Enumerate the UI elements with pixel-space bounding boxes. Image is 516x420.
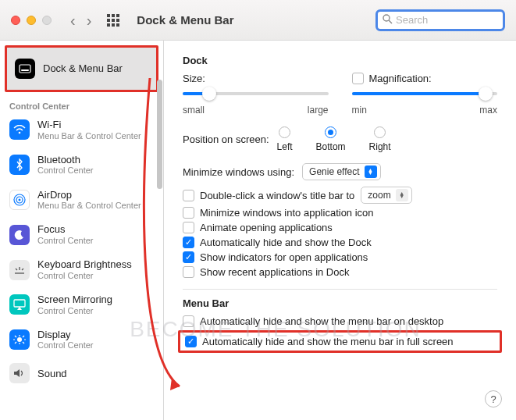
window-title: Dock & Menu Bar bbox=[137, 13, 233, 27]
magnification-label: Magnification: bbox=[369, 73, 432, 84]
zoom-window-button[interactable] bbox=[42, 16, 52, 25]
size-slider[interactable] bbox=[183, 84, 329, 103]
sidebar-item-sub: Control Center bbox=[37, 340, 94, 351]
sidebar-item-wifi[interactable]: Wi-FiMenu Bar & Control Center bbox=[0, 112, 163, 148]
svg-rect-12 bbox=[14, 300, 25, 307]
double-click-checkbox[interactable] bbox=[183, 190, 194, 201]
magnification-group: Magnification: min max bbox=[352, 73, 498, 116]
menu-bar-heading: Menu Bar bbox=[183, 297, 497, 309]
svg-point-0 bbox=[383, 15, 390, 21]
position-right-radio[interactable] bbox=[374, 126, 386, 138]
sidebar-item-label: AirDrop bbox=[37, 189, 141, 201]
minimize-using-label: Minimize windows using: bbox=[183, 166, 294, 178]
size-min-label: small bbox=[183, 105, 205, 116]
wifi-icon bbox=[9, 119, 30, 140]
sidebar-item-airdrop[interactable]: AirDropMenu Bar & Control Center bbox=[0, 183, 163, 218]
window-controls bbox=[11, 16, 52, 25]
double-click-label: Double-click a window's title bar to bbox=[200, 190, 354, 201]
help-button[interactable]: ? bbox=[485, 390, 502, 408]
sidebar-scrollbar[interactable] bbox=[157, 80, 162, 189]
minimize-using-select[interactable]: Genie effect ▲▼ bbox=[302, 163, 381, 180]
mag-min-label: min bbox=[352, 105, 367, 116]
sidebar-item-dock-menu-bar[interactable]: Dock & Menu Bar bbox=[5, 45, 158, 92]
sidebar-item-sub: Menu Bar & Control Center bbox=[37, 201, 141, 211]
recent-apps-checkbox[interactable] bbox=[183, 266, 194, 278]
sidebar: Dock & Menu Bar Control Center Wi-FiMenu… bbox=[0, 41, 164, 420]
double-click-select[interactable]: zoom ▲▼ bbox=[361, 187, 411, 204]
size-group: Size: small large bbox=[183, 73, 329, 116]
mag-max-label: max bbox=[479, 105, 497, 116]
size-label: Size: bbox=[183, 73, 329, 84]
sidebar-item-label: Screen Mirroring bbox=[37, 294, 112, 306]
sound-icon bbox=[9, 363, 30, 383]
position-radio-group: Left Bottom Right bbox=[277, 126, 391, 152]
screen-mirroring-icon bbox=[9, 294, 30, 315]
sidebar-item-sub: Control Center bbox=[37, 166, 94, 176]
body: Dock & Menu Bar Control Center Wi-FiMenu… bbox=[0, 41, 516, 420]
search-field-wrap[interactable] bbox=[375, 9, 505, 31]
prefs-window: ‹ › Dock & Menu Bar Dock & Menu Bar Cont… bbox=[0, 0, 516, 420]
size-max-label: large bbox=[308, 105, 329, 116]
position-left-radio[interactable] bbox=[279, 126, 290, 138]
autohide-dock-label: Automatically hide and show the Dock bbox=[200, 237, 372, 248]
position-bottom-label: Bottom bbox=[316, 141, 346, 152]
watermark: BECOME THE SOLUTION bbox=[130, 317, 422, 342]
keyboard-brightness-icon bbox=[9, 260, 30, 280]
forward-button[interactable]: › bbox=[87, 12, 92, 28]
svg-point-4 bbox=[19, 132, 21, 134]
animate-checkbox[interactable] bbox=[183, 222, 194, 233]
position-label: Position on screen: bbox=[183, 133, 269, 145]
sidebar-item-sound[interactable]: Sound bbox=[0, 357, 163, 390]
bluetooth-icon bbox=[9, 155, 30, 175]
sidebar-item-bluetooth[interactable]: BluetoothControl Center bbox=[0, 148, 163, 183]
indicators-checkbox[interactable] bbox=[183, 251, 194, 263]
search-input[interactable] bbox=[396, 14, 498, 26]
toolbar: ‹ › Dock & Menu Bar bbox=[0, 0, 516, 41]
minimize-into-icon-label: Minimize windows into application icon bbox=[200, 207, 374, 219]
sidebar-item-label: Keyboard Brightness bbox=[37, 258, 132, 271]
sidebar-item-label: Focus bbox=[37, 223, 94, 236]
chevron-updown-icon: ▲▼ bbox=[396, 189, 408, 201]
airdrop-icon bbox=[9, 190, 30, 210]
minimize-into-icon-checkbox[interactable] bbox=[183, 207, 194, 219]
svg-rect-3 bbox=[21, 69, 29, 71]
svg-line-1 bbox=[389, 20, 392, 23]
chevron-updown-icon: ▲▼ bbox=[365, 166, 377, 178]
minimize-window-button[interactable] bbox=[27, 16, 36, 25]
sidebar-item-sub: Control Center bbox=[37, 236, 94, 246]
position-bottom-radio[interactable] bbox=[325, 126, 336, 138]
magnification-slider[interactable] bbox=[352, 84, 498, 103]
svg-line-19 bbox=[15, 336, 16, 337]
recent-apps-label: Show recent applications in Dock bbox=[200, 266, 350, 278]
svg-rect-2 bbox=[20, 65, 30, 73]
search-icon bbox=[383, 14, 393, 27]
sidebar-item-sub: Menu Bar & Control Center bbox=[37, 131, 141, 141]
close-window-button[interactable] bbox=[11, 16, 20, 25]
sidebar-item-label: Bluetooth bbox=[37, 154, 94, 166]
sidebar-item-label: Wi-Fi bbox=[37, 119, 141, 131]
autohide-dock-checkbox[interactable] bbox=[183, 237, 194, 248]
show-all-icon[interactable] bbox=[107, 14, 119, 27]
svg-point-7 bbox=[19, 198, 21, 201]
sidebar-item-label: Sound bbox=[37, 368, 67, 380]
main-panel: Dock Size: small large bbox=[164, 41, 516, 420]
magnification-checkbox[interactable] bbox=[352, 73, 364, 84]
svg-line-11 bbox=[22, 269, 23, 270]
svg-line-22 bbox=[15, 342, 16, 343]
sidebar-item-keyboard-brightness[interactable]: Keyboard BrightnessControl Center bbox=[0, 252, 163, 287]
sidebar-item-focus[interactable]: FocusControl Center bbox=[0, 217, 163, 252]
svg-point-14 bbox=[17, 337, 22, 342]
position-right-label: Right bbox=[369, 141, 391, 152]
svg-line-10 bbox=[16, 269, 17, 270]
position-left-label: Left bbox=[277, 141, 293, 152]
svg-line-20 bbox=[23, 342, 24, 343]
focus-icon bbox=[9, 225, 30, 245]
sidebar-item-label: Display bbox=[37, 329, 94, 341]
svg-line-21 bbox=[23, 336, 24, 337]
dock-icon bbox=[15, 59, 35, 79]
indicators-label: Show indicators for open applications bbox=[200, 251, 368, 263]
sidebar-item-sub: Control Center bbox=[37, 271, 132, 281]
display-icon bbox=[9, 329, 30, 350]
minimize-using-value: Genie effect bbox=[309, 166, 360, 177]
back-button[interactable]: ‹ bbox=[70, 12, 76, 28]
